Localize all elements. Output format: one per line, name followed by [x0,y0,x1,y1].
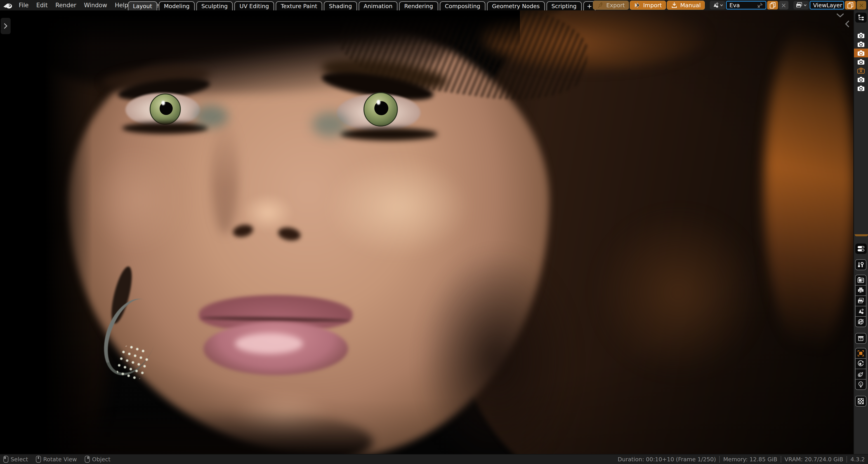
outliner-camera-row[interactable] [854,75,868,84]
stat-vram: VRAM: 20.7/24.0 GiB [781,456,843,463]
properties-tab-texture[interactable] [855,396,866,407]
output-icon [857,287,864,294]
properties-tab-output[interactable] [855,285,866,296]
import-button[interactable]: Import [630,1,666,10]
scene-name-field[interactable]: Eva [726,1,766,9]
render-right-upper-lashes [320,67,435,105]
view-layer-icon [857,297,864,304]
properties-tab-tool[interactable] [855,259,866,270]
tab-scripting[interactable]: Scripting [547,1,582,10]
render-top-shadow [0,10,520,46]
pin-icon[interactable] [757,2,763,8]
scene-browse-button[interactable] [710,1,725,9]
double-chevron-icon [634,2,641,8]
menu-edit[interactable]: Edit [33,0,52,10]
scene-icon [857,308,864,315]
tab-sculpting[interactable]: Sculpting [196,1,233,10]
right-editor-strip [853,10,868,454]
view-layer-duplicate-button[interactable] [845,1,856,9]
tab-rendering[interactable]: Rendering [399,1,438,10]
chevron-down-icon [720,4,723,6]
render-right-pupil [374,101,388,115]
render-nose-highlight [242,193,294,232]
outliner-camera-row[interactable] [854,84,868,93]
properties-tab-object[interactable] [855,348,866,359]
download-icon [671,2,678,8]
render-right-iris [364,92,398,127]
zbrush-figure-icon [597,2,604,8]
tab-shading[interactable]: Shading [324,1,357,10]
menu-render[interactable]: Render [52,0,80,10]
render-hair-left-low [23,236,108,454]
properties-tab-render[interactable] [855,275,866,286]
view-layer-browse-button[interactable] [794,1,809,9]
outliner-editor-icon[interactable] [855,13,867,23]
stat-version: 4.3.2 [846,456,865,463]
camera-icon [857,85,865,92]
tab-modeling[interactable]: Modeling [159,1,195,10]
render-right-eye-glint [377,100,380,105]
render-right-eye [337,94,421,131]
expand-sidebar-chevron[interactable] [844,20,850,29]
view-layer-name-field[interactable]: ViewLayer [810,1,844,9]
render-nose-shadow [211,117,239,234]
properties-tab-scene[interactable] [855,306,866,317]
render-left-upper-lashes [117,74,211,104]
tab-layout[interactable]: Layout [128,1,157,10]
expand-header-chevron[interactable] [835,12,845,19]
render-teal-eyeshadow-right [312,112,348,137]
stat-memory: Memory: 12.85 GiB [719,456,777,463]
stat-duration: Duration: 00:10+10 (Frame 1/250) [618,456,716,463]
render-hair-rimlight [764,20,853,358]
physics-icon [857,360,864,367]
properties-tab-world[interactable] [855,316,866,327]
properties-editor-icon[interactable] [855,243,867,254]
properties-tab-data-light[interactable] [855,379,866,390]
tab-geometry-nodes[interactable]: Geometry Nodes [487,1,545,10]
properties-tab-collection[interactable] [855,333,866,344]
expand-toolbar-chevron[interactable] [1,18,11,34]
work-area [0,10,868,454]
blender-logo-icon[interactable] [3,2,13,10]
menu-file[interactable]: File [15,0,33,10]
viewport-3d[interactable] [0,10,853,454]
properties-tab-view-layer[interactable] [855,296,866,306]
render-hair-sheen [588,202,769,383]
camera-disabled-icon [857,67,865,74]
topbar: File Edit Render Window Help Pipeline La… [0,0,868,10]
render-hair-right [457,10,853,454]
camera-icon [857,32,865,39]
camera-icon [857,76,865,84]
tab-texture-paint[interactable]: Texture Paint [276,1,322,10]
scene-unlink-button[interactable]: × [779,1,788,9]
export-button[interactable]: Export [593,1,629,10]
properties-tab-physics[interactable] [855,358,866,369]
outliner-camera-row[interactable] [854,57,868,66]
outliner-camera-row-active[interactable] [854,48,868,57]
duplicate-icon [847,2,854,8]
chevron-down-icon [804,4,807,6]
outliner-camera-row[interactable] [854,31,868,40]
render-left-nostril [232,223,254,239]
tab-compositing[interactable]: Compositing [440,1,485,10]
object-icon [857,350,864,357]
outliner-camera-row-excluded[interactable] [854,66,868,75]
camera-icon [857,49,865,57]
tab-uv-editing[interactable]: UV Editing [235,1,274,10]
tool-icon [857,261,864,268]
menu-window[interactable]: Window [80,0,111,10]
render-hair-glint [482,10,708,69]
light-data-icon [857,381,864,388]
properties-tab-constraints[interactable] [855,369,866,379]
render-right-nostril [277,226,302,242]
editor-split-divider[interactable] [855,234,868,236]
render-fringe-strands [333,10,593,111]
manual-button[interactable]: Manual [667,1,705,10]
view-layer-remove-button[interactable]: × [857,1,866,9]
scene-duplicate-button[interactable] [767,1,778,9]
outliner-camera-row[interactable] [854,40,868,48]
render-teal-eyeshadow-left [194,105,228,128]
render-earring-sparkles [113,341,152,385]
tab-animation[interactable]: Animation [359,1,397,10]
blender-window: File Edit Render Window Help Pipeline La… [0,0,868,464]
